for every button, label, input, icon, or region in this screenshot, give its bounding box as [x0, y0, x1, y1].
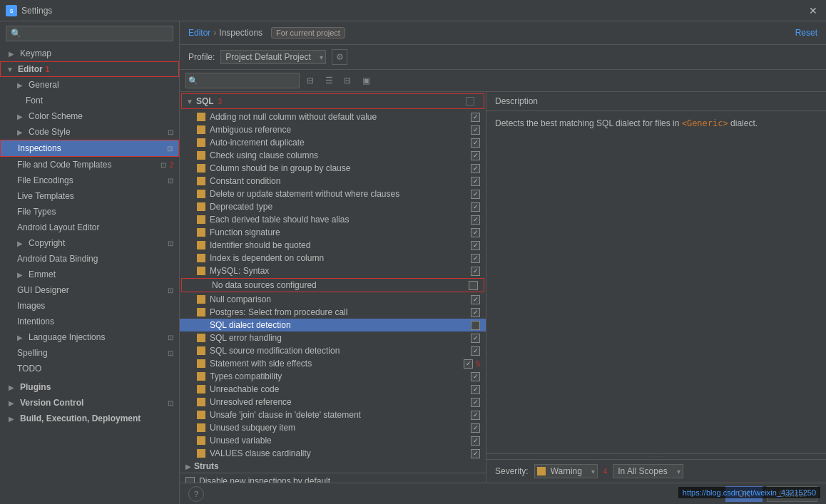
- insp-row-item[interactable]: Unsafe 'join' clause in 'delete' stateme…: [180, 408, 486, 421]
- sidebar-item-android-data-binding[interactable]: Android Data Binding: [0, 251, 179, 267]
- insp-checkbox[interactable]: [471, 202, 480, 212]
- insp-row-item[interactable]: Delete or update statement without where…: [180, 187, 486, 200]
- insp-item-name: Function signature: [210, 227, 468, 237]
- insp-row-item[interactable]: SQL source modification detection: [180, 344, 486, 357]
- cancel-button[interactable]: Cancel: [767, 486, 817, 502]
- scope-select[interactable]: In All Scopes: [613, 464, 683, 478]
- insp-checkbox[interactable]: [471, 295, 480, 304]
- sidebar-item-file-code-templates[interactable]: File and Code Templates ⊡ 2: [0, 157, 179, 173]
- sidebar-item-file-types[interactable]: File Types: [0, 204, 179, 220]
- insp-row-item[interactable]: Unreachable code: [180, 383, 486, 396]
- flatten-button[interactable]: ▣: [358, 73, 374, 88]
- sidebar-item-version-control[interactable]: ▶ Version Control ⊡: [0, 395, 179, 411]
- insp-checkbox[interactable]: [471, 385, 480, 394]
- insp-checkbox[interactable]: [471, 423, 480, 433]
- insp-checkbox[interactable]: [471, 398, 480, 407]
- insp-checkbox[interactable]: [469, 281, 478, 290]
- struts-category[interactable]: ▶ Struts: [180, 460, 486, 473]
- insp-checkbox[interactable]: [471, 449, 480, 458]
- insp-row-item[interactable]: VALUES clause cardinality: [180, 447, 486, 460]
- disable-checkbox[interactable]: [185, 477, 195, 483]
- expand-all-button[interactable]: ☰: [321, 73, 337, 88]
- insp-checkbox[interactable]: [471, 308, 480, 317]
- insp-checkbox[interactable]: [464, 359, 473, 369]
- insp-row-item[interactable]: Statement with side effects 5: [180, 357, 486, 370]
- insp-checkbox[interactable]: [471, 254, 480, 263]
- insp-checkbox[interactable]: [471, 113, 480, 122]
- collapse-all-button[interactable]: ⊟: [340, 73, 355, 88]
- sidebar-item-copyright[interactable]: ▶ Copyright ⊡: [0, 235, 179, 251]
- insp-checkbox[interactable]: [471, 334, 480, 343]
- insp-row-item[interactable]: MySQL: Syntax: [180, 264, 486, 277]
- insp-row-item[interactable]: Identifier should be quoted: [180, 239, 486, 252]
- insp-row-item[interactable]: No data sources configured: [181, 278, 484, 292]
- insp-row-item[interactable]: Auto-increment duplicate: [180, 136, 486, 149]
- sidebar-item-general[interactable]: ▶ General: [0, 77, 179, 93]
- sidebar-item-live-templates[interactable]: Live Templates: [0, 188, 179, 204]
- insp-checkbox[interactable]: [471, 346, 480, 356]
- insp-row-item[interactable]: Column should be in group by clause: [180, 162, 486, 175]
- sidebar-item-color-scheme[interactable]: ▶ Color Scheme: [0, 108, 179, 124]
- insp-row-item[interactable]: Check using clause columns: [180, 149, 486, 162]
- insp-row-item[interactable]: Constant condition: [180, 175, 486, 187]
- insp-checkbox[interactable]: [471, 372, 480, 381]
- insp-row-item[interactable]: Ambiguous reference: [180, 123, 486, 136]
- insp-row-item[interactable]: Types compatibility: [180, 370, 486, 383]
- insp-checkbox[interactable]: [471, 164, 480, 173]
- insp-checkbox[interactable]: [471, 190, 480, 199]
- insp-row-item[interactable]: Index is dependent on column: [180, 252, 486, 264]
- sidebar-item-intentions[interactable]: Intentions: [0, 314, 179, 329]
- gear-button[interactable]: ⚙: [332, 49, 347, 65]
- resize-handle[interactable]: [486, 453, 826, 459]
- insp-checkbox[interactable]: [471, 267, 480, 276]
- insp-checkbox[interactable]: [471, 241, 480, 250]
- insp-checkbox[interactable]: [471, 411, 480, 420]
- insp-checkbox[interactable]: [471, 151, 480, 160]
- insp-checkbox[interactable]: [471, 228, 480, 237]
- sidebar-item-plugins[interactable]: ▶ Plugins: [0, 379, 179, 395]
- reset-button[interactable]: Reset: [795, 28, 817, 38]
- sidebar-search-input[interactable]: [6, 26, 173, 41]
- inspections-search-input[interactable]: [185, 73, 300, 88]
- insp-row-item[interactable]: Unresolved reference: [180, 396, 486, 408]
- sidebar-item-language-injections[interactable]: ▶ Language Injections ⊡: [0, 329, 179, 345]
- insp-row-item[interactable]: SQL error handling: [180, 331, 486, 344]
- insp-checkbox[interactable]: [471, 215, 480, 225]
- insp-checkbox[interactable]: [471, 138, 480, 148]
- sidebar-item-todo[interactable]: TODO: [0, 361, 179, 376]
- insp-checkbox[interactable]: [471, 125, 480, 135]
- sidebar-item-spelling[interactable]: Spelling ⊡: [0, 345, 179, 361]
- insp-row-item[interactable]: Unused subquery item: [180, 421, 486, 434]
- insp-row-item[interactable]: SQL dialect detection: [180, 319, 486, 331]
- close-button[interactable]: ✕: [806, 5, 820, 16]
- insp-checkbox[interactable]: [471, 436, 480, 446]
- sidebar-item-file-encodings[interactable]: File Encodings ⊡: [0, 173, 179, 188]
- sidebar-item-images[interactable]: Images: [0, 298, 179, 314]
- insp-row-item[interactable]: Null comparison: [180, 293, 486, 306]
- sidebar-item-inspections[interactable]: Inspections ⊡: [0, 140, 179, 157]
- help-button[interactable]: ?: [188, 486, 204, 502]
- ok-button[interactable]: OK: [725, 486, 762, 502]
- sidebar-item-gui-designer[interactable]: GUI Designer ⊡: [0, 282, 179, 298]
- insp-row-item[interactable]: Unused variable: [180, 434, 486, 447]
- sidebar-item-font[interactable]: Font: [0, 93, 179, 108]
- insp-checkbox[interactable]: [471, 177, 480, 186]
- insp-row-item[interactable]: Adding not null column without default v…: [180, 110, 486, 123]
- sidebar-item-build[interactable]: ▶ Build, Execution, Deployment: [0, 411, 179, 426]
- breadcrumb-current: Inspections: [219, 28, 262, 38]
- insp-checkbox[interactable]: [471, 321, 480, 330]
- sidebar-item-code-style[interactable]: ▶ Code Style ⊡: [0, 124, 179, 140]
- sidebar-group-editor[interactable]: ▼ Editor 1: [0, 61, 179, 77]
- sql-category[interactable]: ▼ SQL 3: [181, 93, 484, 109]
- sidebar-item-android-layout[interactable]: Android Layout Editor: [0, 220, 179, 235]
- sidebar-item-keymap[interactable]: ▶ Keymap: [0, 46, 179, 61]
- insp-row-item[interactable]: Each derived table should have alias: [180, 213, 486, 226]
- filter-button[interactable]: ⊟: [302, 73, 318, 88]
- insp-row-item[interactable]: Postgres: Select from procedure call: [180, 306, 486, 319]
- fct-icon: ⊡: [160, 161, 166, 169]
- profile-select[interactable]: Project Default Project: [220, 50, 326, 64]
- sidebar-item-emmet[interactable]: ▶ Emmet: [0, 267, 179, 282]
- insp-row-item[interactable]: Function signature: [180, 226, 486, 239]
- insp-row-item[interactable]: Deprecated type: [180, 200, 486, 213]
- breadcrumb-editor[interactable]: Editor: [188, 28, 210, 38]
